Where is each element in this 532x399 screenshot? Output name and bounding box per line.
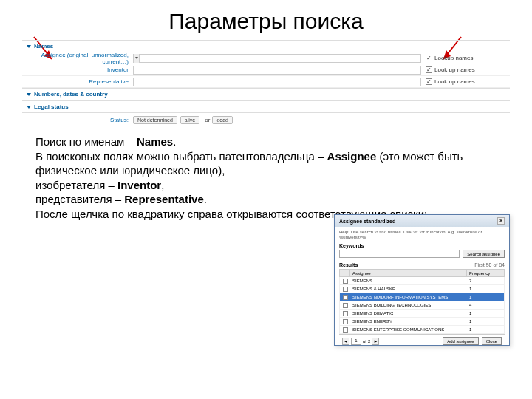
assignee-type-select[interactable] — [133, 54, 139, 63]
result-row[interactable]: SIEMENS ENTERPRISE COMMUNICATIONS1 — [339, 326, 505, 334]
result-row[interactable]: SIEMENS & HALSKE1 — [339, 285, 505, 293]
label-assignee: Assignee (original, unnormalized, curren… — [22, 52, 133, 65]
add-assignee-button[interactable]: Add assignee — [443, 337, 478, 345]
row-frequency: 1 — [467, 295, 504, 299]
section-label: Names — [34, 43, 53, 50]
row-checkbox[interactable] — [343, 303, 348, 308]
row-inventor: Inventor Look up names — [22, 64, 510, 76]
popup-titlebar: Assignee standardized × — [335, 215, 509, 227]
pager-prev[interactable]: ◄ — [342, 338, 349, 345]
label-inventor: Inventor — [22, 66, 133, 73]
result-row[interactable]: SIEMENS BUILDING TECHNOLOGIES4 — [339, 301, 505, 310]
result-row[interactable]: SIEMENS ENERGY1 — [339, 318, 505, 326]
chevron-down-icon — [27, 106, 31, 109]
status-row: Status: Not determined alive or dead — [22, 113, 510, 127]
pager-total: 2 — [368, 339, 370, 344]
result-row[interactable]: SIEMENS7 — [339, 277, 505, 285]
status-pill-dead[interactable]: dead — [212, 116, 233, 124]
lookup-checkbox-inventor[interactable] — [426, 66, 432, 73]
popup-hint: Help: Use search to find names. Use '%' … — [339, 230, 505, 240]
results-count: First 50 of 84 — [474, 262, 505, 267]
row-assignee: SIEMENS ENTERPRISE COMMUNICATIONS — [350, 327, 467, 332]
result-row[interactable]: SIEMENS DEMATIC1 — [339, 310, 505, 318]
col-frequency[interactable]: Frequency — [467, 270, 504, 276]
section-label: Legal status — [34, 103, 69, 110]
row-frequency: 7 — [467, 279, 504, 283]
section-numbers[interactable]: Numbers, dates & country — [22, 88, 510, 100]
result-row[interactable]: SIEMENS NIXDORF INFORMATION SYSTEMS1 — [339, 293, 505, 301]
popup-table-header: Assignee Frequency — [339, 270, 505, 277]
row-frequency: 4 — [467, 303, 504, 307]
lookup-checkbox-representative[interactable] — [426, 78, 432, 85]
representative-input[interactable] — [133, 78, 421, 86]
lookup-popup: Assignee standardized × Help: Use search… — [334, 214, 510, 346]
slide-title: Параметры поиска — [0, 9, 532, 34]
row-frequency: 1 — [467, 319, 504, 324]
close-icon[interactable]: × — [497, 217, 505, 225]
popup-title-text: Assignee standardized — [339, 219, 395, 224]
row-assignee: SIEMENS BUILDING TECHNOLOGIES — [350, 303, 467, 307]
row-checkbox[interactable] — [343, 327, 348, 332]
lookup-checkbox-assignee[interactable] — [426, 55, 432, 61]
label-representative: Representative — [22, 78, 133, 85]
row-assignee: SIEMENS ENERGY — [350, 319, 467, 324]
pager-next[interactable]: ► — [372, 338, 379, 345]
status-label: Status: — [22, 117, 133, 123]
inventor-input[interactable] — [133, 66, 421, 75]
status-pill-nd[interactable]: Not determined — [133, 116, 177, 124]
row-checkbox[interactable] — [343, 295, 348, 300]
keywords-label: Keywords — [339, 243, 505, 248]
description-text: Поиск по именам – Names. В поисковых пол… — [35, 134, 497, 221]
row-frequency: 1 — [467, 327, 504, 332]
row-assignee: SIEMENS & HALSKE — [350, 287, 467, 291]
col-assignee[interactable]: Assignee — [350, 270, 467, 276]
pager: ◄ 1 of 2 ► — [342, 338, 379, 345]
lookup-label: Look up names — [434, 78, 475, 85]
pager-of: of — [363, 339, 366, 344]
section-legal[interactable]: Legal status — [22, 100, 510, 113]
chevron-down-icon — [27, 45, 31, 48]
row-checkbox[interactable] — [343, 319, 348, 324]
row-representative: Representative Look up names — [22, 76, 510, 88]
section-names[interactable]: Names — [22, 40, 510, 52]
row-checkbox[interactable] — [343, 279, 348, 284]
pager-page[interactable]: 1 — [351, 338, 361, 345]
row-frequency: 1 — [467, 287, 504, 291]
search-form-panel: Names Assignee (original, unnormalized, … — [22, 40, 510, 127]
section-label: Numbers, dates & country — [34, 91, 108, 98]
status-or: or — [205, 117, 210, 123]
chevron-down-icon — [27, 93, 31, 96]
row-assignee: SIEMENS DEMATIC — [350, 311, 467, 316]
row-frequency: 1 — [467, 311, 504, 316]
lookup-label: Lookup names — [434, 55, 473, 61]
lookup-label: Look up names — [434, 66, 475, 73]
row-assignee: Assignee (original, unnormalized, curren… — [22, 52, 510, 64]
results-label: Results — [339, 262, 358, 267]
row-checkbox[interactable] — [343, 311, 348, 316]
status-pill-alive[interactable]: alive — [180, 116, 200, 124]
row-assignee: SIEMENS NIXDORF INFORMATION SYSTEMS — [350, 295, 467, 299]
popup-search-input[interactable] — [339, 250, 460, 258]
row-assignee: SIEMENS — [350, 279, 467, 283]
search-assignee-button[interactable]: Search assignee — [463, 250, 505, 258]
row-checkbox[interactable] — [343, 287, 348, 292]
close-button[interactable]: Close — [482, 337, 502, 345]
assignee-input[interactable] — [139, 54, 421, 63]
